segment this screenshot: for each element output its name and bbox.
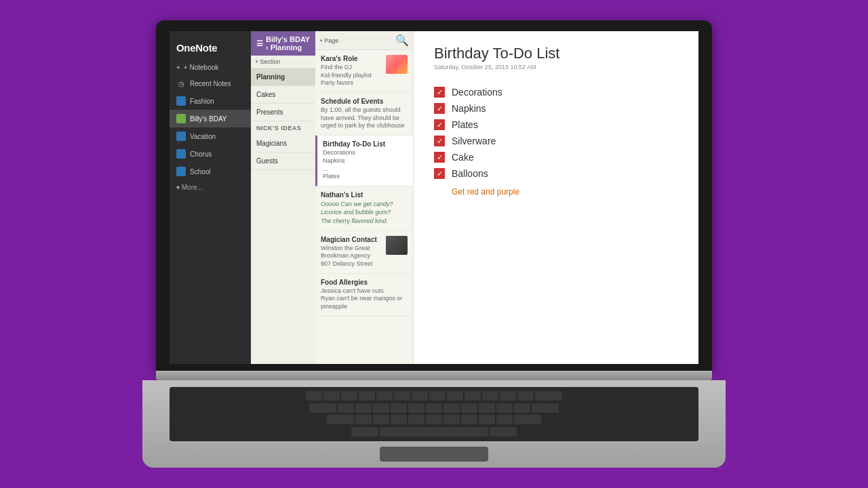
pages-panel: + Page 🔍 Kara's Role Find the DJKid-frie… xyxy=(315,31,414,364)
key xyxy=(461,415,477,424)
sidebar-item-fashion-label: Fashion xyxy=(190,98,214,105)
key xyxy=(355,415,372,424)
page-karas-role[interactable]: Kara's Role Find the DJKid-friendly play… xyxy=(315,50,413,93)
todo-item-cake[interactable]: ✓ Cake xyxy=(434,149,678,165)
section-presents[interactable]: Presents xyxy=(251,104,315,121)
page-karas-role-title: Kara's Role xyxy=(321,55,380,62)
app-logo: OneNote xyxy=(170,38,251,60)
page-nathans-list[interactable]: Nathan's List Ooooo Can we get candy?Lic… xyxy=(315,186,413,231)
sidebar-item-vacation[interactable]: Vacation xyxy=(170,127,251,145)
check-icon: ✓ xyxy=(437,105,443,113)
sections-toolbar: + Section xyxy=(251,56,315,68)
key xyxy=(359,391,375,401)
section-cakes[interactable]: Cakes xyxy=(251,86,315,104)
key xyxy=(341,391,357,401)
page-allergies-title: Food Allergies xyxy=(321,279,408,286)
menu-icon: ☰ xyxy=(256,39,263,48)
trackpad[interactable] xyxy=(380,447,488,462)
todo-item-silverware[interactable]: ✓ Silverware xyxy=(434,133,678,149)
todo-item-balloons[interactable]: ✓ Balloons xyxy=(434,165,678,182)
key xyxy=(535,391,562,401)
laptop-shell: OneNote + + Notebook ◷ Recent Notes Fash… xyxy=(142,20,726,468)
sidebar-more-button[interactable]: ▾ More... xyxy=(170,180,251,195)
recent-icon: ◷ xyxy=(176,79,186,88)
section-magicians-label: Magicians xyxy=(256,140,287,147)
key xyxy=(482,391,498,401)
sidebar-item-billys-bday[interactable]: Billy's BDAY xyxy=(170,110,251,127)
page-magician-title: Magician Contact xyxy=(321,236,380,243)
add-icon: + xyxy=(176,64,180,71)
key xyxy=(496,415,513,424)
section-presents-label: Presents xyxy=(256,108,283,116)
checkbox-decorations[interactable]: ✓ xyxy=(434,87,445,98)
page-title: Birthday To-Do List xyxy=(434,45,678,62)
todo-list: ✓ Decorations ✓ Napkins ✓ xyxy=(434,84,678,182)
magician-thumb-image xyxy=(386,236,408,255)
key xyxy=(429,391,446,401)
fashion-icon xyxy=(176,96,186,106)
section-magicians[interactable]: Magicians xyxy=(251,135,315,152)
laptop-base xyxy=(142,380,726,468)
key xyxy=(373,415,389,424)
page-todo-title: Birthday To-Do List xyxy=(323,140,408,148)
onenote-app: OneNote + + Notebook ◷ Recent Notes Fash… xyxy=(170,31,698,364)
key xyxy=(514,403,530,413)
sidebar-item-school[interactable]: School xyxy=(170,163,251,180)
search-icon[interactable]: 🔍 xyxy=(395,34,409,47)
sidebar-item-billy-label: Billy's BDAY xyxy=(190,115,227,123)
page-nathans-title: Nathan's List xyxy=(321,191,408,199)
page-allergies-preview: Jessica can't have nutsRyan can't be nea… xyxy=(321,287,408,311)
add-section-label: Section xyxy=(260,58,280,65)
todo-item-napkins[interactable]: ✓ Napkins xyxy=(434,100,678,117)
key xyxy=(408,415,425,424)
add-page-label: Page xyxy=(324,37,338,44)
key xyxy=(461,403,477,413)
todo-item-decorations[interactable]: ✓ Decorations xyxy=(434,84,678,100)
key xyxy=(412,391,428,401)
add-page-button[interactable]: + Page xyxy=(319,37,338,44)
sidebar-item-fashion[interactable]: Fashion xyxy=(170,92,251,110)
vacation-icon xyxy=(176,131,186,141)
screen-inner: OneNote + + Notebook ◷ Recent Notes Fash… xyxy=(170,31,698,364)
section-guests-label: Guests xyxy=(256,157,278,165)
check-icon: ✓ xyxy=(437,170,443,178)
key xyxy=(327,415,354,424)
sidebar-item-school-label: School xyxy=(190,168,211,176)
sections-panel: ☰ Billy's BDAY › Planning + Section Plan… xyxy=(251,31,315,364)
add-section-icon: + xyxy=(255,58,258,65)
check-icon: ✓ xyxy=(437,89,443,96)
key xyxy=(496,403,513,413)
page-birthday-todo[interactable]: Birthday To-Do List DecorationsNapkins..… xyxy=(315,136,413,186)
checkbox-balloons[interactable]: ✓ xyxy=(434,168,445,179)
section-guests[interactable]: Guests xyxy=(251,152,315,170)
page-schedule[interactable]: Schedule of Events By 1:00, all the gues… xyxy=(315,93,413,136)
page-schedule-title: Schedule of Events xyxy=(321,98,408,105)
key xyxy=(443,403,460,413)
key xyxy=(394,391,410,401)
key xyxy=(338,403,354,413)
checkbox-silverware[interactable]: ✓ xyxy=(434,136,445,146)
kara-thumbnail xyxy=(386,55,408,74)
section-planning-label: Planning xyxy=(256,73,285,81)
page-magician-preview: Winston the GreatBrookman Agency907 Dela… xyxy=(321,245,380,268)
checkbox-cake[interactable]: ✓ xyxy=(434,152,445,163)
key xyxy=(391,403,407,413)
key xyxy=(479,403,495,413)
todo-item-plates[interactable]: ✓ Plates xyxy=(434,117,678,133)
sidebar-item-chorus[interactable]: Chorus xyxy=(170,145,251,163)
check-icon: ✓ xyxy=(437,154,443,161)
checkbox-plates[interactable]: ✓ xyxy=(434,119,445,130)
add-notebook-button[interactable]: + + Notebook xyxy=(170,60,251,75)
section-planning[interactable]: Planning xyxy=(251,68,315,86)
page-food-allergies[interactable]: Food Allergies Jessica can't have nutsRy… xyxy=(315,274,413,317)
checkbox-napkins[interactable]: ✓ xyxy=(434,103,445,114)
key xyxy=(351,427,378,436)
key xyxy=(306,391,322,401)
screen-bezel: OneNote + + Notebook ◷ Recent Notes Fash… xyxy=(156,20,712,371)
check-icon: ✓ xyxy=(437,138,443,145)
todo-decorations-label: Decorations xyxy=(452,87,502,98)
page-magician-contact[interactable]: Magician Contact Winston the GreatBrookm… xyxy=(315,231,413,274)
add-section-button[interactable]: + Section xyxy=(255,58,280,65)
sidebar-item-recent-notes[interactable]: ◷ Recent Notes xyxy=(170,75,251,92)
school-icon xyxy=(176,167,186,176)
